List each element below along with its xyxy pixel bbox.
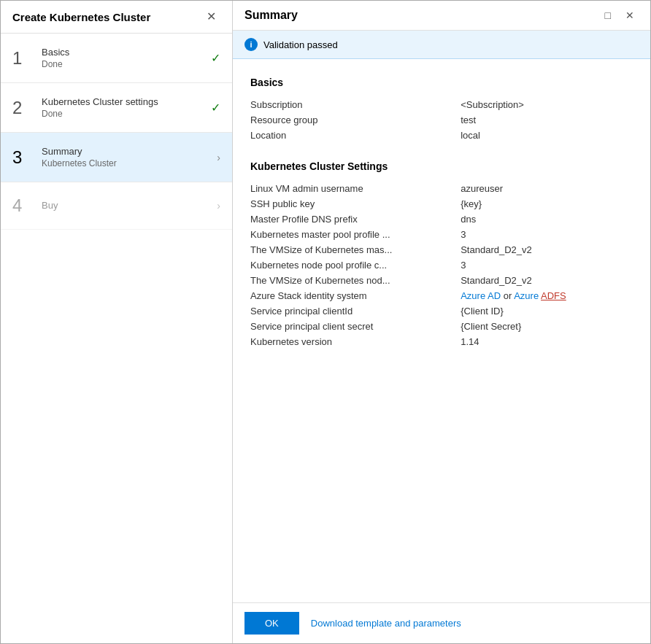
value-k8s-version: 1.14	[461, 334, 633, 349]
step-2-text: Kubernetes Cluster settings Done	[42, 96, 205, 119]
step-4-title: Buy	[42, 200, 211, 211]
basics-heading: Basics	[250, 77, 633, 88]
label-master-pool: Kubernetes master pool profile ...	[250, 227, 461, 242]
step-3-text: Summary Kubernetes Cluster	[42, 146, 211, 168]
value-vmsize-master: Standard_D2_v2	[461, 242, 633, 257]
label-ssh-key: SSH public key	[250, 196, 461, 212]
table-row: Service principal clientId {Client ID}	[250, 303, 633, 319]
right-panel: Summary □ ✕ i Validation passed Basics S…	[233, 1, 650, 643]
value-dns-prefix: dns	[461, 212, 633, 227]
label-client-id: Service principal clientId	[250, 303, 461, 319]
label-vmsize-node: The VMSize of Kubernetes nod...	[250, 273, 461, 288]
table-row: Linux VM admin username azureuser	[250, 181, 633, 196]
label-subscription: Subscription	[250, 97, 461, 112]
step-4-arrow: ›	[217, 200, 220, 212]
table-row: The VMSize of Kubernetes nod... Standard…	[250, 273, 633, 288]
table-row: SSH public key {key}	[250, 196, 633, 212]
value-linux-vm: azureuser	[461, 181, 633, 196]
value-identity-system: Azure AD or Azure ADFS	[461, 288, 633, 303]
step-3-title: Summary	[42, 146, 211, 157]
step-2-check: ✓	[211, 101, 220, 115]
table-row: Kubernetes version 1.14	[250, 334, 633, 349]
right-panel-title: Summary	[244, 9, 298, 22]
label-location: Location	[250, 128, 461, 143]
value-node-pool: 3	[461, 257, 633, 273]
step-1-title: Basics	[42, 47, 205, 58]
step-4: 4 Buy ›	[1, 182, 232, 230]
table-row: Location local	[250, 128, 633, 143]
label-dns-prefix: Master Profile DNS prefix	[250, 212, 461, 227]
table-row: Subscription <Subscription>	[250, 97, 633, 112]
dialog-wrapper: Create Kubernetes Cluster ✕ 1 Basics Don…	[0, 0, 651, 644]
basics-table: Subscription <Subscription> Resource gro…	[250, 97, 633, 143]
identity-adfs: ADFS	[541, 290, 566, 301]
table-row: Master Profile DNS prefix dns	[250, 212, 633, 227]
label-vmsize-master: The VMSize of Kubernetes mas...	[250, 242, 461, 257]
value-location: local	[461, 128, 633, 143]
left-panel: Create Kubernetes Cluster ✕ 1 Basics Don…	[1, 1, 233, 643]
label-resource-group: Resource group	[250, 112, 461, 128]
value-client-id: {Client ID}	[461, 303, 633, 319]
step-3[interactable]: 3 Summary Kubernetes Cluster ›	[1, 133, 232, 182]
step-1[interactable]: 1 Basics Done ✓	[1, 34, 232, 83]
identity-azure: Azure	[514, 290, 541, 301]
table-row: Kubernetes node pool profile c... 3	[250, 257, 633, 273]
identity-azure-ad: Azure AD	[461, 290, 501, 301]
summary-content: Basics Subscription <Subscription> Resou…	[233, 59, 650, 602]
step-2[interactable]: 2 Kubernetes Cluster settings Done ✓	[1, 83, 232, 133]
right-header: Summary □ ✕	[233, 1, 650, 31]
k8s-settings-table: Linux VM admin username azureuser SSH pu…	[250, 181, 633, 349]
download-template-link[interactable]: Download template and parameters	[311, 618, 461, 629]
ok-button[interactable]: OK	[244, 612, 299, 635]
step-2-number: 2	[12, 98, 42, 118]
identity-or: or	[504, 290, 514, 301]
k8s-settings-heading: Kubernetes Cluster Settings	[250, 160, 633, 172]
steps-list: 1 Basics Done ✓ 2 Kubernetes Cluster set…	[1, 34, 232, 230]
left-header: Create Kubernetes Cluster ✕	[1, 1, 232, 34]
right-panel-close-button[interactable]: ✕	[621, 8, 639, 23]
value-ssh-key: {key}	[461, 196, 633, 212]
step-3-subtitle: Kubernetes Cluster	[42, 158, 211, 168]
step-4-text: Buy	[42, 200, 211, 212]
left-panel-title: Create Kubernetes Cluster	[12, 11, 150, 23]
label-client-secret: Service principal client secret	[250, 319, 461, 334]
table-row: Service principal client secret {Client …	[250, 319, 633, 334]
table-row: Kubernetes master pool profile ... 3	[250, 227, 633, 242]
step-4-number: 4	[12, 195, 42, 216]
left-panel-close-button[interactable]: ✕	[202, 9, 220, 24]
table-row: Resource group test	[250, 112, 633, 128]
label-node-pool: Kubernetes node pool profile c...	[250, 257, 461, 273]
label-linux-vm: Linux VM admin username	[250, 181, 461, 196]
info-icon: i	[244, 38, 258, 51]
label-k8s-version: Kubernetes version	[250, 334, 461, 349]
table-row: The VMSize of Kubernetes mas... Standard…	[250, 242, 633, 257]
step-2-title: Kubernetes Cluster settings	[42, 96, 205, 107]
value-vmsize-node: Standard_D2_v2	[461, 273, 633, 288]
minimize-button[interactable]: □	[601, 8, 615, 23]
right-footer: OK Download template and parameters	[233, 602, 650, 643]
right-header-icons: □ ✕	[601, 8, 639, 23]
value-master-pool: 3	[461, 227, 633, 242]
value-subscription: <Subscription>	[461, 97, 633, 112]
label-identity-system: Azure Stack identity system	[250, 288, 461, 303]
step-1-check: ✓	[211, 51, 220, 65]
validation-text: Validation passed	[263, 39, 338, 50]
step-1-number: 1	[12, 48, 42, 69]
value-client-secret: {Client Secret}	[461, 319, 633, 334]
step-3-arrow: ›	[217, 152, 220, 163]
validation-banner: i Validation passed	[233, 31, 650, 59]
step-3-number: 3	[12, 147, 42, 168]
table-row: Azure Stack identity system Azure AD or …	[250, 288, 633, 303]
value-resource-group: test	[461, 112, 633, 128]
step-1-text: Basics Done	[42, 47, 205, 69]
step-2-subtitle: Done	[42, 109, 205, 119]
step-1-subtitle: Done	[42, 59, 205, 69]
